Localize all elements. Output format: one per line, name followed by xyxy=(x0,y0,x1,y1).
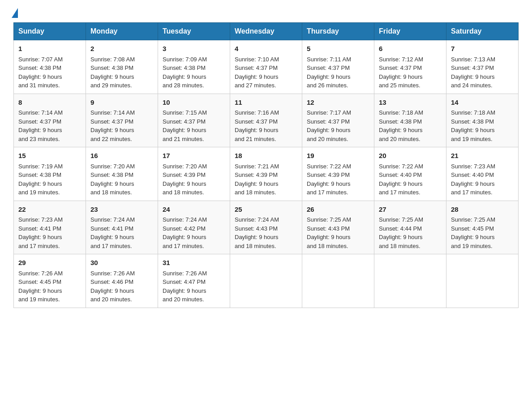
day-sunset: Sunset: 4:38 PM xyxy=(451,118,494,125)
day-daylight: Daylight: 9 hours xyxy=(307,234,351,240)
day-daylight-cont: and 27 minutes. xyxy=(235,82,276,89)
day-daylight: Daylight: 9 hours xyxy=(451,73,495,80)
day-sunrise: Sunrise: 7:12 AM xyxy=(379,56,423,63)
day-daylight-cont: and 18 minutes. xyxy=(307,243,348,249)
day-daylight: Daylight: 9 hours xyxy=(90,234,134,240)
day-sunset: Sunset: 4:45 PM xyxy=(18,278,61,285)
day-sunrise: Sunrise: 7:21 AM xyxy=(235,163,279,170)
calendar-cell: 2 Sunrise: 7:08 AM Sunset: 4:38 PM Dayli… xyxy=(86,40,158,94)
calendar-cell: 12 Sunrise: 7:17 AM Sunset: 4:37 PM Dayl… xyxy=(302,94,374,147)
calendar-cell xyxy=(446,254,519,308)
day-daylight: Daylight: 9 hours xyxy=(451,127,495,133)
day-number: 3 xyxy=(163,44,225,54)
calendar-cell: 15 Sunrise: 7:19 AM Sunset: 4:38 PM Dayl… xyxy=(14,147,86,201)
day-daylight: Daylight: 9 hours xyxy=(163,287,206,294)
day-sunrise: Sunrise: 7:25 AM xyxy=(451,216,495,223)
day-sunrise: Sunrise: 7:14 AM xyxy=(18,109,63,116)
day-sunset: Sunset: 4:38 PM xyxy=(90,64,133,71)
day-sunset: Sunset: 4:43 PM xyxy=(307,225,350,232)
day-sunrise: Sunrise: 7:22 AM xyxy=(307,163,351,170)
day-number: 29 xyxy=(18,258,81,268)
calendar-cell: 20 Sunrise: 7:22 AM Sunset: 4:40 PM Dayl… xyxy=(374,147,446,201)
day-sunrise: Sunrise: 7:18 AM xyxy=(379,109,423,116)
day-daylight: Daylight: 9 hours xyxy=(379,234,423,240)
day-daylight: Daylight: 9 hours xyxy=(90,73,134,80)
calendar-cell: 6 Sunrise: 7:12 AM Sunset: 4:37 PM Dayli… xyxy=(374,40,446,94)
day-sunset: Sunset: 4:38 PM xyxy=(90,171,133,178)
day-sunrise: Sunrise: 7:23 AM xyxy=(451,163,495,170)
day-daylight-cont: and 21 minutes. xyxy=(235,136,276,142)
day-daylight-cont: and 18 minutes. xyxy=(235,243,276,249)
day-number: 21 xyxy=(451,151,514,161)
day-daylight: Daylight: 9 hours xyxy=(379,73,423,80)
day-sunset: Sunset: 4:37 PM xyxy=(163,118,206,125)
logo xyxy=(13,9,18,18)
day-daylight: Daylight: 9 hours xyxy=(235,234,279,240)
day-number: 28 xyxy=(451,205,514,215)
day-sunrise: Sunrise: 7:20 AM xyxy=(163,163,207,170)
day-sunset: Sunset: 4:41 PM xyxy=(18,225,61,232)
calendar-cell: 19 Sunrise: 7:22 AM Sunset: 4:39 PM Dayl… xyxy=(302,147,374,201)
day-number: 23 xyxy=(90,205,153,215)
calendar-cell: 23 Sunrise: 7:24 AM Sunset: 4:41 PM Dayl… xyxy=(86,201,158,254)
day-number: 4 xyxy=(235,44,297,54)
day-daylight: Daylight: 9 hours xyxy=(163,127,206,133)
day-number: 16 xyxy=(90,151,153,161)
day-daylight: Daylight: 9 hours xyxy=(90,127,134,133)
day-daylight: Daylight: 9 hours xyxy=(163,180,206,187)
weekday-header-wednesday: Wednesday xyxy=(230,23,302,40)
day-daylight-cont: and 21 minutes. xyxy=(163,136,204,142)
day-sunset: Sunset: 4:45 PM xyxy=(451,225,494,232)
day-sunset: Sunset: 4:42 PM xyxy=(163,225,206,232)
day-daylight-cont: and 19 minutes. xyxy=(18,296,60,303)
day-daylight-cont: and 25 minutes. xyxy=(379,82,420,89)
day-daylight-cont: and 26 minutes. xyxy=(307,82,348,89)
day-daylight-cont: and 19 minutes. xyxy=(18,189,60,196)
day-number: 19 xyxy=(307,151,369,161)
calendar-cell: 30 Sunrise: 7:26 AM Sunset: 4:46 PM Dayl… xyxy=(86,254,158,308)
day-number: 20 xyxy=(379,151,442,161)
day-sunset: Sunset: 4:38 PM xyxy=(18,64,61,71)
day-sunrise: Sunrise: 7:16 AM xyxy=(235,109,279,116)
day-daylight-cont: and 17 minutes. xyxy=(379,189,420,196)
day-daylight: Daylight: 9 hours xyxy=(451,180,495,187)
day-sunset: Sunset: 4:37 PM xyxy=(379,64,422,71)
day-daylight: Daylight: 9 hours xyxy=(235,73,279,80)
day-sunrise: Sunrise: 7:14 AM xyxy=(90,109,135,116)
day-sunrise: Sunrise: 7:19 AM xyxy=(18,163,63,170)
day-daylight-cont: and 18 minutes. xyxy=(163,189,204,196)
calendar-cell: 8 Sunrise: 7:14 AM Sunset: 4:37 PM Dayli… xyxy=(14,94,86,147)
day-number: 5 xyxy=(307,44,369,54)
day-daylight: Daylight: 9 hours xyxy=(163,234,206,240)
day-daylight-cont: and 17 minutes. xyxy=(18,243,60,249)
day-daylight: Daylight: 9 hours xyxy=(379,127,423,133)
day-sunset: Sunset: 4:40 PM xyxy=(379,171,422,178)
calendar-cell: 16 Sunrise: 7:20 AM Sunset: 4:38 PM Dayl… xyxy=(86,147,158,201)
day-daylight: Daylight: 9 hours xyxy=(18,180,62,187)
calendar-cell: 22 Sunrise: 7:23 AM Sunset: 4:41 PM Dayl… xyxy=(14,201,86,254)
day-number: 8 xyxy=(18,98,81,108)
calendar-cell: 26 Sunrise: 7:25 AM Sunset: 4:43 PM Dayl… xyxy=(302,201,374,254)
day-sunset: Sunset: 4:37 PM xyxy=(235,118,278,125)
day-number: 11 xyxy=(235,98,297,108)
day-number: 25 xyxy=(235,205,297,215)
day-number: 15 xyxy=(18,151,81,161)
day-daylight: Daylight: 9 hours xyxy=(18,234,62,240)
day-sunset: Sunset: 4:39 PM xyxy=(235,171,278,178)
day-daylight: Daylight: 9 hours xyxy=(451,234,495,240)
logo-triangle-icon xyxy=(12,8,18,18)
day-sunset: Sunset: 4:38 PM xyxy=(379,118,422,125)
calendar-cell: 31 Sunrise: 7:26 AM Sunset: 4:47 PM Dayl… xyxy=(158,254,230,308)
day-sunset: Sunset: 4:38 PM xyxy=(18,171,61,178)
weekday-header-sunday: Sunday xyxy=(14,23,86,40)
weekday-header-tuesday: Tuesday xyxy=(158,23,230,40)
calendar-cell: 1 Sunrise: 7:07 AM Sunset: 4:38 PM Dayli… xyxy=(14,40,86,94)
day-daylight-cont: and 19 minutes. xyxy=(451,243,493,249)
calendar-week-row: 1 Sunrise: 7:07 AM Sunset: 4:38 PM Dayli… xyxy=(14,40,519,94)
day-daylight-cont: and 24 minutes. xyxy=(451,82,493,89)
day-sunrise: Sunrise: 7:10 AM xyxy=(235,56,279,63)
day-number: 10 xyxy=(163,98,225,108)
day-sunset: Sunset: 4:37 PM xyxy=(90,118,133,125)
day-sunrise: Sunrise: 7:09 AM xyxy=(163,56,207,63)
calendar-body: 1 Sunrise: 7:07 AM Sunset: 4:38 PM Dayli… xyxy=(14,40,519,308)
